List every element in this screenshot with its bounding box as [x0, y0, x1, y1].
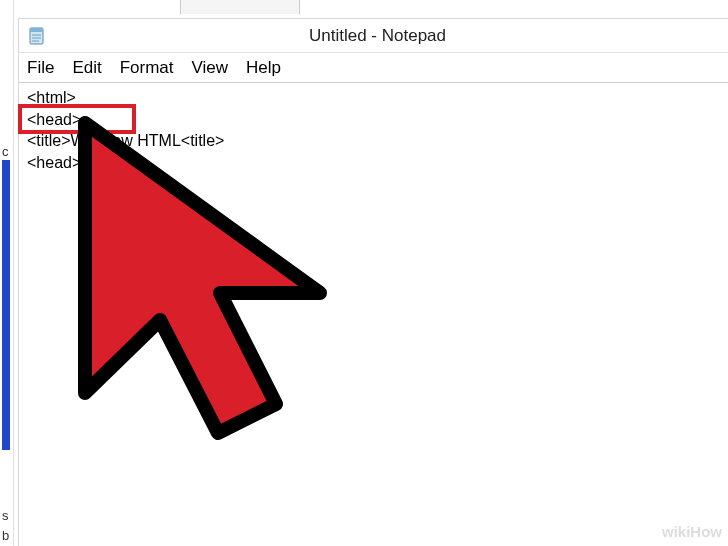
watermark: wikiHow — [662, 523, 722, 540]
editor-line: <title>WikiHow HTML<title> — [27, 130, 720, 152]
editor-line: <html> — [27, 87, 720, 109]
editor-line: <head> — [27, 109, 720, 131]
notepad-app-icon — [27, 26, 47, 46]
menu-file[interactable]: File — [27, 58, 54, 78]
svg-rect-1 — [30, 28, 43, 32]
left-scroll-strip: c s b — [0, 0, 14, 546]
strip-mark-c: c — [2, 144, 9, 159]
browser-tab-fragment — [180, 0, 300, 14]
titlebar[interactable]: Untitled - Notepad — [19, 19, 728, 53]
text-editor-area[interactable]: <html> <head> <title>WikiHow HTML<title>… — [19, 83, 728, 177]
menu-help[interactable]: Help — [246, 58, 281, 78]
window-title: Untitled - Notepad — [47, 26, 728, 46]
strip-blue-bar — [2, 160, 10, 450]
menu-format[interactable]: Format — [120, 58, 174, 78]
editor-line: <head> — [27, 152, 720, 174]
notepad-window: Untitled - Notepad File Edit Format View… — [18, 18, 728, 546]
menu-edit[interactable]: Edit — [72, 58, 101, 78]
strip-mark-b: b — [2, 528, 9, 543]
menu-view[interactable]: View — [192, 58, 229, 78]
strip-mark-s: s — [2, 508, 9, 523]
menubar: File Edit Format View Help — [19, 53, 728, 83]
